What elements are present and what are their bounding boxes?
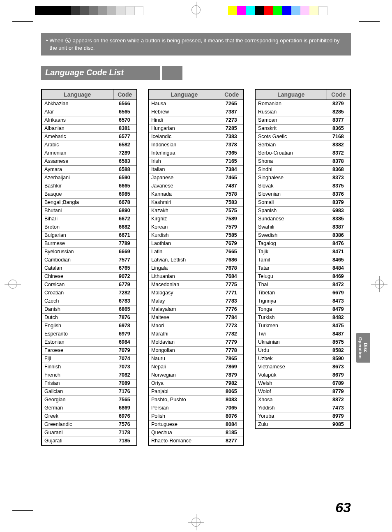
language-code: 7165 — [220, 157, 244, 166]
language-name: Yoruba — [255, 412, 327, 421]
table-row: Vietnamese8673 — [255, 363, 350, 371]
table-row: Bulgarian6671 — [42, 231, 137, 240]
language-code: 8475 — [327, 322, 350, 330]
language-code: 6671 — [113, 231, 137, 240]
language-code: 8673 — [327, 363, 350, 371]
language-code: 8279 — [327, 100, 350, 108]
table-row: Tigrinya8473 — [255, 297, 350, 305]
language-name: Aymara — [42, 166, 113, 174]
crop-mark — [359, 21, 380, 22]
language-name: Albanian — [42, 125, 113, 133]
table-row: Tatar8484 — [255, 264, 350, 273]
language-code: 8482 — [327, 314, 350, 322]
language-name: Arabic — [42, 141, 113, 149]
language-code: 7082 — [113, 371, 137, 379]
language-code: 8084 — [220, 421, 244, 429]
table-row: Oriya7982 — [148, 379, 244, 388]
language-code: 7578 — [220, 190, 244, 199]
language-code: 7773 — [220, 322, 244, 330]
side-tab: Disc Operation — [356, 333, 370, 363]
header-language: Language — [255, 89, 327, 100]
table-row: Swahili8387 — [255, 223, 350, 231]
section-title-tail — [162, 66, 182, 80]
language-code: 8083 — [220, 396, 244, 404]
color-swatches — [228, 6, 327, 15]
table-row: Volapük8679 — [255, 371, 350, 379]
table-row: Javanese7487 — [148, 182, 244, 190]
table-row: Serbo-Croatian8372 — [255, 149, 350, 157]
language-name: Basque — [42, 190, 113, 199]
language-code: 8469 — [327, 273, 350, 281]
language-name: Indonesian — [148, 141, 220, 149]
language-name: Bihari — [42, 215, 113, 223]
language-code: 7273 — [220, 116, 244, 125]
table-row: Greenlandic7576 — [42, 421, 137, 429]
table-row: Lingala7678 — [148, 264, 244, 273]
language-name: Japanese — [148, 174, 220, 182]
language-name: Panjabi — [148, 388, 220, 396]
language-code: 8372 — [327, 149, 350, 157]
language-name: Xhosa — [255, 396, 327, 404]
table-row: Bihari6672 — [42, 215, 137, 223]
table-row: Marathi7782 — [148, 330, 244, 338]
table-row: Albanian8381 — [42, 125, 137, 133]
header-code: Code — [327, 89, 350, 100]
table-row: Tamil8465 — [255, 256, 350, 264]
language-code: 6979 — [113, 330, 137, 338]
table-row: Kannada7578 — [148, 190, 244, 199]
language-name: Slovenian — [255, 190, 327, 199]
table-row: Singhalese8373 — [255, 174, 350, 182]
language-name: Rhaeto-Romance — [148, 437, 220, 446]
language-code: 6779 — [113, 281, 137, 289]
table-row: Lithuanian7684 — [148, 273, 244, 281]
language-name: Oriya — [148, 379, 220, 388]
page-number: 63 — [335, 500, 351, 516]
language-code: 6672 — [113, 215, 137, 223]
language-code: 7784 — [220, 314, 244, 322]
language-code: 6566 — [113, 100, 137, 108]
table-row: Tagalog8476 — [255, 240, 350, 248]
crop-mark — [12, 21, 33, 22]
language-name: Korean — [148, 223, 220, 231]
language-name: Assamese — [42, 157, 113, 166]
language-code: 8373 — [327, 174, 350, 182]
language-name: Sundanese — [255, 215, 327, 223]
language-code: 7265 — [220, 100, 244, 108]
table-row: Faroese7079 — [42, 347, 137, 355]
table-row: Persian7065 — [148, 404, 244, 412]
language-code: 7684 — [220, 273, 244, 281]
table-row: Urdu8582 — [255, 347, 350, 355]
table-row: Yiddish7473 — [255, 404, 350, 412]
table-row: Latvian, Lettish7686 — [148, 256, 244, 264]
table-row: Basque6985 — [42, 190, 137, 199]
language-name: Kurdish — [148, 231, 220, 240]
table-row: Polish8076 — [148, 412, 244, 421]
table-row: Fiji7074 — [42, 355, 137, 363]
language-code: 8185 — [220, 429, 244, 437]
table-row: Malagasy7771 — [148, 289, 244, 297]
prohibited-icon — [65, 38, 71, 43]
language-code: 7168 — [327, 133, 350, 141]
table-row: Serbian8382 — [255, 141, 350, 149]
language-code: 7579 — [220, 223, 244, 231]
language-name: Maltese — [148, 314, 220, 322]
language-code: 7089 — [113, 379, 137, 388]
language-code: 6582 — [113, 141, 137, 149]
language-code: 7575 — [220, 207, 244, 215]
table-row: Japanese7465 — [148, 174, 244, 182]
language-name: Lingala — [148, 264, 220, 273]
language-code: 7176 — [113, 388, 137, 396]
table-row: Malay7783 — [148, 297, 244, 305]
language-code: 7583 — [220, 199, 244, 207]
crop-mark — [33, 1, 33, 21]
language-code: 7487 — [220, 182, 244, 190]
language-code: 7383 — [220, 133, 244, 141]
language-code: 7074 — [113, 355, 137, 363]
table-row: Bhutani6890 — [42, 207, 137, 215]
table-row: Bashkir6665 — [42, 182, 137, 190]
table-row: Welsh6789 — [255, 379, 350, 388]
language-name: Faroese — [42, 347, 113, 355]
table-row: German6869 — [42, 404, 137, 412]
language-code: 7869 — [220, 363, 244, 371]
language-code: 7378 — [220, 141, 244, 149]
